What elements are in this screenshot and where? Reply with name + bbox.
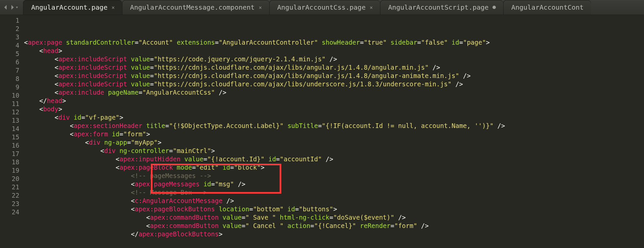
code-line: <apex:commandButton value=" Cancel " act… <box>24 222 644 230</box>
dirty-indicator-icon <box>493 6 496 9</box>
line-number: 1 <box>0 16 19 25</box>
line-number: 16 <box>0 141 19 150</box>
code-line: <div id="vf-page"> <box>24 113 644 122</box>
code-line: <div ng-app="myApp"> <box>24 138 644 147</box>
line-number: 23 <box>0 200 19 208</box>
line-number: 3 <box>0 33 19 41</box>
code-line: <apex:include pageName="AngularAccountCs… <box>24 88 644 97</box>
code-line: <!-- Message Box --> <box>24 188 644 197</box>
line-number: 21 <box>0 183 19 191</box>
code-line: <apex:pageBlock mode="edit" id="block"> <box>24 163 644 172</box>
tab-label: AngularAccount.page <box>31 3 107 11</box>
line-number-gutter: 123456789101112131415161718192021222324 <box>0 15 24 248</box>
forward-icon[interactable] <box>10 4 15 11</box>
line-number: 9 <box>0 83 19 91</box>
line-number: 22 <box>0 191 19 200</box>
line-number: 6 <box>0 58 19 66</box>
line-number: 2 <box>0 25 19 33</box>
code-line: <apex:pageBlockButtons location="bottom"… <box>24 205 644 213</box>
code-line: <apex:inputHidden value="{!account.Id}" … <box>24 155 644 163</box>
tab-angular-account-css-page[interactable]: AngularAccountCss.page × <box>269 0 380 15</box>
line-number: 14 <box>0 125 19 133</box>
line-number: 19 <box>0 166 19 175</box>
code-line: <c:AngularAccountMessage /> <box>24 197 644 205</box>
line-number: 10 <box>0 91 19 100</box>
line-number: 12 <box>0 108 19 116</box>
line-number: 7 <box>0 66 19 75</box>
tabs: AngularAccount.page × AngularAccountMess… <box>22 0 591 15</box>
code-line: <apex:includeScript value="https://cdnjs… <box>24 80 644 88</box>
line-number: 13 <box>0 116 19 125</box>
tab-label: AngularAccountScript.page <box>388 3 489 11</box>
line-number: 24 <box>0 208 19 216</box>
code-line: <div ng-controller="mainCtrl"> <box>24 147 644 155</box>
line-number: 4 <box>0 41 19 50</box>
line-number: 8 <box>0 75 19 83</box>
line-number: 11 <box>0 100 19 108</box>
tab-angular-account-page[interactable]: AngularAccount.page × <box>23 0 122 15</box>
line-number: 15 <box>0 133 19 141</box>
tab-label: AngularAccountCss.page <box>277 3 366 11</box>
code-line: <!-- pageMessages --> <box>24 172 644 180</box>
code-line: <apex:page standardController="Account" … <box>24 38 644 47</box>
code-area[interactable]: <apex:page standardController="Account" … <box>24 15 644 248</box>
code-line: <head> <box>24 47 644 55</box>
history-nav: ▼ <box>0 0 22 15</box>
dropdown-icon[interactable]: ▼ <box>16 6 18 9</box>
close-icon[interactable]: × <box>370 4 373 11</box>
line-number: 5 <box>0 50 19 58</box>
code-line: <apex:form id="form"> <box>24 130 644 138</box>
tab-label: AngularAccountCont <box>511 3 584 11</box>
line-number: 17 <box>0 150 19 158</box>
code-line: <apex:commandButton value=" Save " html-… <box>24 213 644 222</box>
close-icon[interactable]: × <box>259 4 262 11</box>
code-line: <apex:includeScript value="https://code.… <box>24 55 644 63</box>
code-line: <apex:sectionHeader title="{!$ObjectType… <box>24 122 644 130</box>
tab-label: AngularAccountMessage.component <box>130 3 255 11</box>
code-editor[interactable]: 123456789101112131415161718192021222324 … <box>0 15 644 248</box>
line-number: 18 <box>0 158 19 166</box>
code-line: <apex:includeScript value="https://cdnjs… <box>24 72 644 80</box>
tab-bar: ▼ AngularAccount.page × AngularAccountMe… <box>0 0 644 15</box>
tab-angular-account-script-page[interactable]: AngularAccountScript.page × <box>380 0 503 15</box>
close-icon[interactable]: × <box>111 4 115 11</box>
line-number: 20 <box>0 175 19 183</box>
back-icon[interactable] <box>3 4 8 11</box>
code-line: </apex:pageBlockButtons> <box>24 230 644 238</box>
code-line: <apex:includeScript value="https://cdnjs… <box>24 63 644 72</box>
code-line: <body> <box>24 105 644 113</box>
code-line: </head> <box>24 97 644 105</box>
tab-angular-account-message-component[interactable]: AngularAccountMessage.component × <box>122 0 269 15</box>
tab-angular-account-cont[interactable]: AngularAccountCont <box>503 0 591 15</box>
code-line: <apex:pageMessages id="msg" /> <box>24 180 644 188</box>
